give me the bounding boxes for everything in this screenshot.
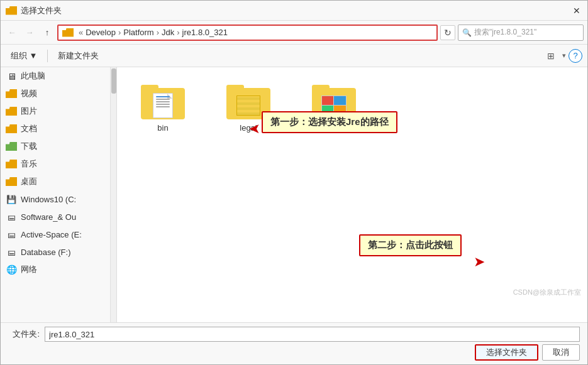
dialog-window: 选择文件夹 ✕ ← → ↑ « Develop › Platform › Jdk… xyxy=(0,0,588,365)
toolbar: 组织 ▼ 新建文件夹 ⊞ ▾ ? xyxy=(1,45,587,67)
filename-input[interactable] xyxy=(45,327,580,342)
sidebar-label-desktop: 桌面 xyxy=(21,176,37,187)
cancel-button[interactable]: 取消 xyxy=(542,344,580,361)
sidebar-scroll-thumb xyxy=(111,68,116,94)
sidebar-label-music: 音乐 xyxy=(21,158,37,170)
arrow-step1: ➤ xyxy=(249,121,260,137)
back-button[interactable]: ← xyxy=(4,25,19,40)
sidebar-label-video: 视频 xyxy=(21,88,37,99)
watermark: CSDN@徐泉成工作室 xyxy=(513,288,581,297)
view-chevron-icon: ▾ xyxy=(562,52,566,60)
path-part-2: Platform xyxy=(123,28,153,37)
sidebar-label-windows10: Windows10 (C: xyxy=(21,195,76,204)
search-icon: 🔍 xyxy=(462,28,472,37)
sidebar-label-this-pc: 此电脑 xyxy=(21,70,45,82)
callout-step2: 第二步：点击此按钮 xyxy=(359,234,462,256)
help-button[interactable]: ? xyxy=(569,49,582,63)
callout-step2-text: 第二步：点击此按钮 xyxy=(368,239,453,250)
sidebar-item-activespace[interactable]: 🖴 Active-Space (E: xyxy=(1,226,116,243)
title-bar: 选择文件夹 ✕ xyxy=(1,1,587,21)
file-area: 第一步：选择安装Jre的路径 ➤ 第二步：点击此按钮 ➤ xyxy=(117,67,587,322)
close-button[interactable]: ✕ xyxy=(571,5,582,16)
drive-active-icon: 🖴 xyxy=(6,229,17,240)
search-placeholder: 搜索"jre1.8.0_321" xyxy=(474,27,536,38)
sidebar-item-pictures[interactable]: 图片 xyxy=(1,102,116,120)
refresh-button[interactable]: ↻ xyxy=(440,25,455,40)
sidebar-label-network: 网络 xyxy=(21,264,37,275)
main-content: 🖥 此电脑 视频 图片 文档 下载 音乐 xyxy=(1,67,587,322)
window-title: 选择文件夹 xyxy=(21,5,62,16)
address-bar: ← → ↑ « Develop › Platform › Jdk › jre1.… xyxy=(1,21,587,45)
sidebar-item-music[interactable]: 音乐 xyxy=(1,155,116,173)
callout-step1: 第一步：选择安装Jre的路径 xyxy=(262,111,397,133)
sidebar-item-documents[interactable]: 文档 xyxy=(1,120,116,138)
sidebar-item-windows10[interactable]: 💾 Windows10 (C: xyxy=(1,190,116,208)
sidebar-item-this-pc[interactable]: 🖥 此电脑 xyxy=(1,67,116,85)
view-button[interactable]: ⊞ xyxy=(542,47,560,65)
sidebar-item-video[interactable]: 视频 xyxy=(1,85,116,102)
desktop-folder-icon xyxy=(6,176,17,187)
callout-step1-text: 第一步：选择安装Jre的路径 xyxy=(270,116,389,127)
organize-button[interactable]: 组织 ▼ xyxy=(6,47,42,65)
network-icon: 🌐 xyxy=(6,264,17,275)
path-sep: › xyxy=(177,28,179,37)
sidebar: 🖥 此电脑 视频 图片 文档 下载 音乐 xyxy=(1,67,117,322)
search-box[interactable]: 🔍 搜索"jre1.8.0_321" xyxy=(458,25,584,41)
folder-bin[interactable]: bin xyxy=(136,80,190,138)
new-folder-button[interactable]: 新建文件夹 xyxy=(53,47,104,65)
toolbar-divider xyxy=(47,50,48,62)
folder-title-icon xyxy=(6,5,17,16)
action-row: 选择文件夹 取消 xyxy=(8,344,580,361)
drive-c-icon: 💾 xyxy=(6,193,17,205)
up-button[interactable]: ↑ xyxy=(40,25,55,40)
path-sep: › xyxy=(118,28,121,37)
sidebar-item-desktop[interactable]: 桌面 xyxy=(1,173,116,190)
sidebar-label-activespace: Active-Space (E: xyxy=(21,230,82,239)
path-part-3: Jdk xyxy=(162,28,174,37)
bottom-bar: 文件夹: 选择文件夹 取消 xyxy=(1,322,587,364)
title-bar-controls: ✕ xyxy=(571,5,582,16)
arrow-step2: ➤ xyxy=(474,254,485,270)
sidebar-item-database[interactable]: 🖴 Database (F:) xyxy=(1,243,116,261)
sidebar-label-downloads: 下载 xyxy=(21,141,37,152)
filename-row: 文件夹: xyxy=(8,327,580,342)
music-folder-icon xyxy=(6,158,17,170)
filename-label: 文件夹: xyxy=(8,329,40,340)
sidebar-label-pictures: 图片 xyxy=(21,106,37,117)
sidebar-item-downloads[interactable]: 下载 xyxy=(1,138,116,155)
sidebar-scrollbar[interactable] xyxy=(110,67,116,322)
path-part-1: Develop xyxy=(86,28,116,37)
forward-button[interactable]: → xyxy=(22,25,37,40)
select-folder-button[interactable]: 选择文件夹 xyxy=(475,344,538,361)
documents-folder-icon xyxy=(6,123,17,134)
sidebar-label-documents: 文档 xyxy=(21,123,37,134)
sidebar-label-database: Database (F:) xyxy=(21,248,70,257)
drive-database-icon: 🖴 xyxy=(6,246,17,258)
video-folder-icon xyxy=(6,88,17,99)
pc-icon: 🖥 xyxy=(6,70,17,82)
path-part-4: jre1.8.0_321 xyxy=(182,28,228,37)
downloads-folder-icon xyxy=(6,141,17,152)
address-input[interactable]: « Develop › Platform › Jdk › jre1.8.0_32… xyxy=(57,25,438,41)
sidebar-label-software: Software_& Ou xyxy=(21,212,76,222)
toolbar-right: ⊞ ▾ ? xyxy=(542,47,582,65)
sidebar-item-network[interactable]: 🌐 网络 xyxy=(1,261,116,278)
path-sep: › xyxy=(157,28,159,37)
sidebar-item-software[interactable]: 🖴 Software_& Ou xyxy=(1,208,116,226)
path-sep: « xyxy=(79,28,83,37)
address-path: « Develop › Platform › Jdk › jre1.8.0_32… xyxy=(77,28,228,37)
folder-bin-icon xyxy=(141,85,185,119)
folder-bin-label: bin xyxy=(157,123,168,133)
pictures-folder-icon xyxy=(6,106,17,117)
drive-software-icon: 🖴 xyxy=(6,211,17,222)
title-bar-left: 选择文件夹 xyxy=(6,5,62,16)
